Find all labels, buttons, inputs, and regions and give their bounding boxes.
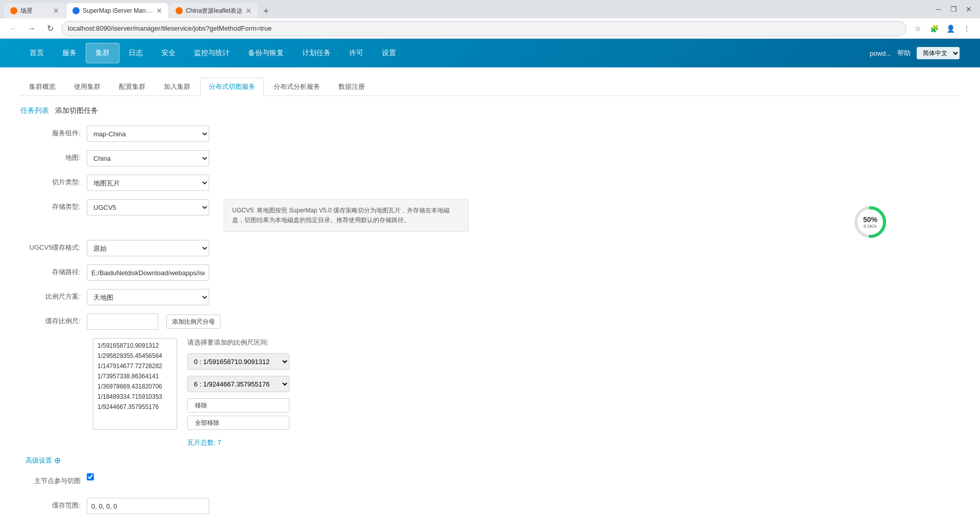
nav-monitor[interactable]: 监控与统计 (185, 43, 239, 63)
scale-item-3[interactable]: 1/73957338.86364141 (93, 371, 177, 381)
tile-type-control: 地图瓦片 影像瓦片 (87, 175, 209, 191)
tab-overview[interactable]: 集群概览 (20, 78, 64, 95)
master-node-row: 主节点参与切图 (26, 473, 960, 490)
cache-scale-input[interactable] (87, 313, 158, 330)
tab-tile-service[interactable]: 分布式切图服务 (200, 78, 264, 96)
bookmark-button[interactable]: ☆ (911, 21, 925, 36)
tile-type-select[interactable]: 地图瓦片 影像瓦片 (87, 175, 209, 191)
lang-select[interactable]: 简体中文 English (917, 47, 960, 59)
tab-config-cluster[interactable]: 配置集群 (110, 78, 154, 95)
service-component-select[interactable]: map-China map-World (87, 126, 209, 142)
remove-button[interactable]: 移除 (187, 398, 289, 413)
cache-range-row: 缓存范围: (26, 498, 960, 514)
tab-scene[interactable]: 场景 ✕ (4, 3, 65, 18)
storage-type-info-area: UGCV5 MongoDB UGCV5: 将地图按照 SuperMap V5.0… (87, 199, 469, 232)
scale-item-2[interactable]: 1/147914677.72728282 (93, 361, 177, 371)
progress-text: 50% 0.1K/s (863, 215, 877, 229)
extensions-button[interactable]: 🧩 (927, 21, 941, 36)
nav-cluster[interactable]: 集群 (86, 43, 119, 63)
scale-start-select[interactable]: 0 : 1/591658710.9091312 1 : 1/295829355.… (187, 353, 289, 370)
scale-list[interactable]: 1/591658710.9091312 1/295829355.45456564… (93, 338, 177, 430)
scale-item-4[interactable]: 1/36978669.431820706 (93, 381, 177, 392)
storage-type-row: 存储类型: UGCV5 MongoDB UGCV5: 将地图按照 SuperMa… (26, 199, 960, 232)
tab-close-scene[interactable]: ✕ (53, 7, 59, 15)
back-button[interactable]: ← (6, 21, 20, 36)
scale-scheme-select[interactable]: 天地图 自定义 (87, 289, 209, 305)
browser-address-bar: ← → ↻ ☆ 🧩 👤 ⋮ (0, 18, 980, 39)
user-label[interactable]: powd... (870, 50, 891, 57)
app-container: 首页 服务 集群 日志 安全 监控与统计 备份与恢复 计划任务 许可 设置 po… (0, 39, 980, 531)
progress-speed: 0.1K/s (863, 224, 877, 229)
btn-group: 移除 全部移除 (187, 398, 289, 430)
tab-close-iserver[interactable]: ✕ (156, 7, 162, 15)
tab-use-cluster[interactable]: 使用集群 (65, 78, 109, 95)
nav-security[interactable]: 安全 (152, 43, 185, 63)
scale-end-select[interactable]: 6 : 1/9244667.357955176 5 : 1/18489334.7… (187, 376, 289, 392)
help-link[interactable]: 帮助 (897, 49, 911, 58)
storage-type-select[interactable]: UGCV5 MongoDB (87, 199, 209, 215)
scale-item-1[interactable]: 1/295829355.45456564 (93, 351, 177, 361)
profile-button[interactable]: 👤 (943, 21, 958, 36)
close-button[interactable]: ✕ (962, 2, 976, 16)
tab-iserver[interactable]: SuperMap iServer Manager ✕ (66, 3, 168, 18)
scale-list-row: 1/591658710.9091312 1/295829355.45456564… (93, 338, 960, 447)
menu-button[interactable]: ⋮ (960, 21, 974, 36)
browser-actions: ☆ 🧩 👤 ⋮ (911, 21, 974, 36)
address-input[interactable] (61, 21, 906, 36)
map-row: 地图: China World (26, 150, 960, 166)
scale-item-5[interactable]: 1/18489334.715910353 (93, 392, 177, 402)
restore-button[interactable]: ❐ (946, 2, 961, 16)
advanced-settings-link[interactable]: 高级设置 ⊕ (26, 455, 960, 465)
add-scale-button[interactable]: 添加比例尺分母 (166, 315, 220, 329)
tab-join-cluster[interactable]: 加入集群 (155, 78, 199, 95)
tab-analysis-service[interactable]: 分布式分析服务 (265, 78, 329, 95)
tab-label-scene: 场景 (20, 7, 33, 15)
nav-backup[interactable]: 备份与恢复 (239, 43, 293, 63)
nav-license[interactable]: 许可 (340, 43, 373, 63)
breadcrumb-current: 添加切图任务 (55, 106, 98, 114)
storage-type-label: 存储类型: (26, 199, 87, 211)
browser-tabs: 场景 ✕ SuperMap iServer Manager ✕ China资源l… (4, 0, 273, 18)
nav-settings[interactable]: 设置 (373, 43, 405, 63)
nav-service[interactable]: 服务 (53, 43, 86, 63)
tab-label-china: China资源leaflet表达 (186, 7, 242, 15)
master-node-label: 主节点参与切图 (26, 473, 87, 486)
map-label: 地图: (26, 150, 87, 162)
ugcv5-format-row: UGCV5缓存格式: 原始 紧凑 (26, 240, 960, 256)
cache-range-input[interactable] (87, 498, 209, 514)
breadcrumb: 任务列表 添加切图任务 (20, 106, 960, 115)
forward-button[interactable]: → (24, 21, 39, 36)
ugcv5-format-select[interactable]: 原始 紧凑 (87, 240, 209, 256)
tab-data-register[interactable]: 数据注册 (330, 78, 374, 95)
scale-scheme-row: 比例尺方案: 天地图 自定义 (26, 289, 960, 305)
storage-path-control (87, 264, 209, 281)
nav-right: powd... 帮助 简体中文 English (870, 47, 960, 59)
cache-scale-row: 缓存比例尺: 添加比例尺分母 (26, 313, 960, 330)
cache-scale-control: 添加比例尺分母 (87, 313, 220, 330)
nav-log[interactable]: 日志 (119, 43, 152, 63)
master-node-control (87, 473, 94, 482)
minimize-button[interactable]: ─ (931, 2, 945, 16)
browser-title-bar: 场景 ✕ SuperMap iServer Manager ✕ China资源l… (0, 0, 980, 18)
map-select[interactable]: China World (87, 150, 209, 166)
remove-all-button[interactable]: 全部移除 (187, 416, 289, 430)
nav-schedule[interactable]: 计划任务 (293, 43, 340, 63)
top-nav: 首页 服务 集群 日志 安全 监控与统计 备份与恢复 计划任务 许可 设置 po… (0, 39, 980, 67)
tab-icon-iserver (72, 7, 80, 14)
scale-item-6[interactable]: 1/9244667.357955176 (93, 402, 177, 412)
new-tab-button[interactable]: + (259, 4, 273, 18)
scale-section: 1/591658710.9091312 1/295829355.45456564… (93, 338, 289, 447)
nav-home[interactable]: 首页 (20, 43, 53, 63)
tab-close-china[interactable]: ✕ (246, 7, 252, 15)
tab-china[interactable]: China资源leaflet表达 ✕ (169, 3, 258, 18)
tile-type-row: 切片类型: 地图瓦片 影像瓦片 (26, 175, 960, 191)
master-node-checkbox[interactable] (87, 473, 94, 480)
storage-path-input[interactable] (87, 264, 209, 281)
breadcrumb-link[interactable]: 任务列表 (20, 106, 49, 114)
reload-button[interactable]: ↻ (43, 21, 57, 36)
map-control: China World (87, 150, 209, 166)
cache-range-label: 缓存范围: (26, 498, 87, 510)
progress-circle: 50% 0.1K/s (852, 204, 888, 240)
scale-item-0[interactable]: 1/591658710.9091312 (93, 341, 177, 351)
tab-icon-scene (10, 7, 17, 14)
